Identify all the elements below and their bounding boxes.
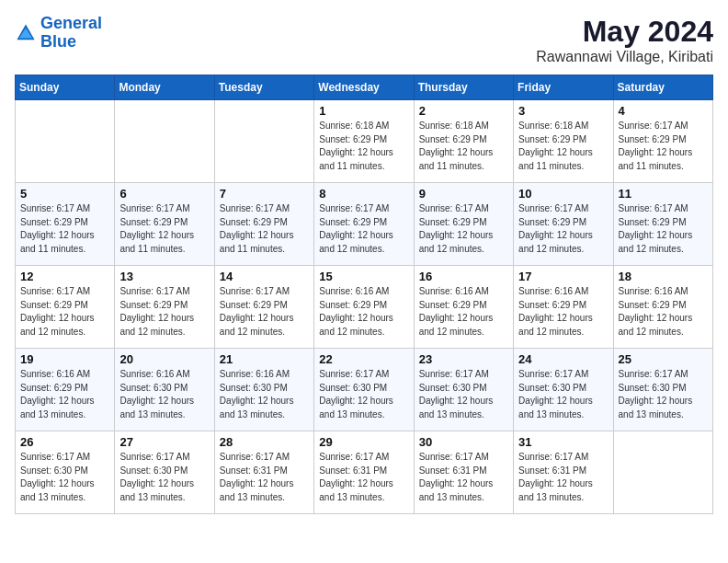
day-cell-15: 15Sunrise: 6:16 AM Sunset: 6:29 PM Dayli… xyxy=(314,266,414,349)
day-cell-13: 13Sunrise: 6:17 AM Sunset: 6:29 PM Dayli… xyxy=(115,266,214,349)
title-block: May 2024 Rawannawi Village, Kiribati xyxy=(536,15,713,65)
day-number: 20 xyxy=(119,352,209,366)
day-info: Sunrise: 6:16 AM Sunset: 6:30 PM Dayligh… xyxy=(119,368,209,421)
day-cell-5: 5Sunrise: 6:17 AM Sunset: 6:29 PM Daylig… xyxy=(16,183,115,266)
weekday-header-thursday: Thursday xyxy=(414,75,513,100)
day-info: Sunrise: 6:16 AM Sunset: 6:29 PM Dayligh… xyxy=(319,285,408,339)
day-info: Sunrise: 6:17 AM Sunset: 6:29 PM Dayligh… xyxy=(119,285,209,339)
day-info: Sunrise: 6:16 AM Sunset: 6:29 PM Dayligh… xyxy=(20,368,109,421)
week-row-4: 19Sunrise: 6:16 AM Sunset: 6:29 PM Dayli… xyxy=(16,349,713,431)
week-row-5: 26Sunrise: 6:17 AM Sunset: 6:30 PM Dayli… xyxy=(16,431,713,514)
day-number: 5 xyxy=(20,187,109,201)
day-cell-2: 2Sunrise: 6:18 AM Sunset: 6:29 PM Daylig… xyxy=(414,100,513,183)
day-info: Sunrise: 6:17 AM Sunset: 6:31 PM Dayligh… xyxy=(220,451,309,504)
day-cell-9: 9Sunrise: 6:17 AM Sunset: 6:29 PM Daylig… xyxy=(414,183,513,266)
day-number: 10 xyxy=(518,187,608,201)
day-number: 21 xyxy=(220,352,309,366)
day-info: Sunrise: 6:17 AM Sunset: 6:29 PM Dayligh… xyxy=(220,202,309,256)
day-number: 2 xyxy=(419,104,508,118)
day-info: Sunrise: 6:17 AM Sunset: 6:29 PM Dayligh… xyxy=(419,202,508,256)
day-cell-27: 27Sunrise: 6:17 AM Sunset: 6:30 PM Dayli… xyxy=(115,431,214,514)
weekday-header-monday: Monday xyxy=(115,75,214,100)
day-number: 3 xyxy=(518,104,608,118)
weekday-header-row: SundayMondayTuesdayWednesdayThursdayFrid… xyxy=(16,75,713,100)
day-info: Sunrise: 6:17 AM Sunset: 6:31 PM Dayligh… xyxy=(419,451,508,504)
day-number: 14 xyxy=(220,270,309,283)
day-cell-12: 12Sunrise: 6:17 AM Sunset: 6:29 PM Dayli… xyxy=(16,266,115,349)
day-info: Sunrise: 6:17 AM Sunset: 6:29 PM Dayligh… xyxy=(518,202,608,256)
day-cell-11: 11Sunrise: 6:17 AM Sunset: 6:29 PM Dayli… xyxy=(613,183,712,266)
day-cell-4: 4Sunrise: 6:17 AM Sunset: 6:29 PM Daylig… xyxy=(613,100,712,183)
day-number: 22 xyxy=(319,352,408,366)
weekday-header-saturday: Saturday xyxy=(613,75,712,100)
week-row-3: 12Sunrise: 6:17 AM Sunset: 6:29 PM Dayli… xyxy=(16,266,713,349)
calendar-table: SundayMondayTuesdayWednesdayThursdayFrid… xyxy=(15,75,713,514)
day-info: Sunrise: 6:17 AM Sunset: 6:29 PM Dayligh… xyxy=(119,202,209,256)
day-cell-25: 25Sunrise: 6:17 AM Sunset: 6:30 PM Dayli… xyxy=(613,349,712,431)
day-number: 4 xyxy=(619,104,708,118)
day-info: Sunrise: 6:17 AM Sunset: 6:29 PM Dayligh… xyxy=(619,202,708,256)
day-info: Sunrise: 6:17 AM Sunset: 6:29 PM Dayligh… xyxy=(20,202,109,256)
day-cell-19: 19Sunrise: 6:16 AM Sunset: 6:29 PM Dayli… xyxy=(16,349,115,431)
day-info: Sunrise: 6:17 AM Sunset: 6:29 PM Dayligh… xyxy=(20,285,109,339)
month-title: May 2024 xyxy=(536,15,713,49)
day-info: Sunrise: 6:17 AM Sunset: 6:30 PM Dayligh… xyxy=(119,451,209,504)
day-cell-20: 20Sunrise: 6:16 AM Sunset: 6:30 PM Dayli… xyxy=(115,349,214,431)
day-info: Sunrise: 6:17 AM Sunset: 6:30 PM Dayligh… xyxy=(419,368,508,421)
day-cell-1: 1Sunrise: 6:18 AM Sunset: 6:29 PM Daylig… xyxy=(314,100,414,183)
day-info: Sunrise: 6:17 AM Sunset: 6:30 PM Dayligh… xyxy=(20,451,109,504)
day-cell-17: 17Sunrise: 6:16 AM Sunset: 6:29 PM Dayli… xyxy=(514,266,613,349)
day-info: Sunrise: 6:18 AM Sunset: 6:29 PM Dayligh… xyxy=(319,120,408,173)
location-title: Rawannawi Village, Kiribati xyxy=(536,49,713,65)
day-number: 18 xyxy=(619,270,708,283)
day-cell-18: 18Sunrise: 6:16 AM Sunset: 6:29 PM Dayli… xyxy=(613,266,712,349)
day-cell-22: 22Sunrise: 6:17 AM Sunset: 6:30 PM Dayli… xyxy=(314,349,414,431)
day-cell-28: 28Sunrise: 6:17 AM Sunset: 6:31 PM Dayli… xyxy=(214,431,313,514)
day-number: 28 xyxy=(220,435,309,449)
day-cell-29: 29Sunrise: 6:17 AM Sunset: 6:31 PM Dayli… xyxy=(314,431,414,514)
day-number: 13 xyxy=(119,270,209,283)
day-cell-30: 30Sunrise: 6:17 AM Sunset: 6:31 PM Dayli… xyxy=(414,431,513,514)
page-header: General Blue May 2024 Rawannawi Village,… xyxy=(15,15,713,65)
day-number: 24 xyxy=(518,352,608,366)
day-info: Sunrise: 6:18 AM Sunset: 6:29 PM Dayligh… xyxy=(419,120,508,173)
empty-cell xyxy=(16,100,115,183)
day-number: 26 xyxy=(20,435,109,449)
weekday-header-friday: Friday xyxy=(514,75,613,100)
week-row-2: 5Sunrise: 6:17 AM Sunset: 6:29 PM Daylig… xyxy=(16,183,713,266)
day-number: 16 xyxy=(419,270,508,283)
day-cell-6: 6Sunrise: 6:17 AM Sunset: 6:29 PM Daylig… xyxy=(115,183,214,266)
day-info: Sunrise: 6:18 AM Sunset: 6:29 PM Dayligh… xyxy=(518,120,608,173)
day-cell-14: 14Sunrise: 6:17 AM Sunset: 6:29 PM Dayli… xyxy=(214,266,313,349)
day-info: Sunrise: 6:17 AM Sunset: 6:29 PM Dayligh… xyxy=(319,202,408,256)
day-number: 29 xyxy=(319,435,408,449)
weekday-header-wednesday: Wednesday xyxy=(314,75,414,100)
day-info: Sunrise: 6:16 AM Sunset: 6:30 PM Dayligh… xyxy=(220,368,309,421)
day-info: Sunrise: 6:17 AM Sunset: 6:29 PM Dayligh… xyxy=(220,285,309,339)
day-number: 31 xyxy=(518,435,608,449)
logo-line1: General xyxy=(40,14,102,32)
logo-line2: Blue xyxy=(40,33,102,52)
weekday-header-tuesday: Tuesday xyxy=(214,75,313,100)
day-number: 11 xyxy=(619,187,708,201)
logo: General Blue xyxy=(15,15,102,52)
logo-icon xyxy=(15,22,37,44)
day-number: 1 xyxy=(319,104,408,118)
day-cell-24: 24Sunrise: 6:17 AM Sunset: 6:30 PM Dayli… xyxy=(514,349,613,431)
day-number: 12 xyxy=(20,270,109,283)
day-number: 30 xyxy=(419,435,508,449)
day-info: Sunrise: 6:17 AM Sunset: 6:30 PM Dayligh… xyxy=(319,368,408,421)
day-info: Sunrise: 6:16 AM Sunset: 6:29 PM Dayligh… xyxy=(518,285,608,339)
day-info: Sunrise: 6:16 AM Sunset: 6:29 PM Dayligh… xyxy=(419,285,508,339)
day-info: Sunrise: 6:17 AM Sunset: 6:30 PM Dayligh… xyxy=(518,368,608,421)
day-info: Sunrise: 6:17 AM Sunset: 6:30 PM Dayligh… xyxy=(619,368,708,421)
day-info: Sunrise: 6:16 AM Sunset: 6:29 PM Dayligh… xyxy=(619,285,708,339)
empty-cell xyxy=(613,431,712,514)
day-number: 19 xyxy=(20,352,109,366)
day-cell-31: 31Sunrise: 6:17 AM Sunset: 6:31 PM Dayli… xyxy=(514,431,613,514)
day-info: Sunrise: 6:17 AM Sunset: 6:29 PM Dayligh… xyxy=(619,120,708,173)
day-number: 23 xyxy=(419,352,508,366)
day-cell-10: 10Sunrise: 6:17 AM Sunset: 6:29 PM Dayli… xyxy=(514,183,613,266)
empty-cell xyxy=(115,100,214,183)
day-cell-8: 8Sunrise: 6:17 AM Sunset: 6:29 PM Daylig… xyxy=(314,183,414,266)
